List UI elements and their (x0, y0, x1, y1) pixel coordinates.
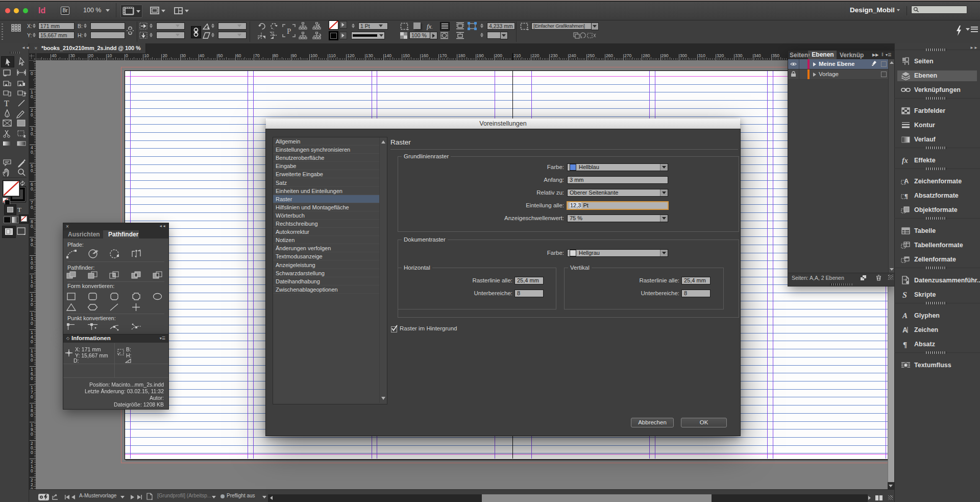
svg-text:A: A (902, 326, 908, 334)
svg-text:¶: ¶ (904, 192, 908, 200)
svg-text:fx: fx (902, 157, 908, 164)
svg-text:A: A (902, 312, 908, 320)
svg-text:A: A (904, 177, 909, 185)
svg-text:¶: ¶ (903, 341, 907, 349)
svg-text:T: T (4, 99, 9, 108)
svg-text:P: P (287, 27, 291, 35)
svg-text:S: S (902, 291, 907, 299)
